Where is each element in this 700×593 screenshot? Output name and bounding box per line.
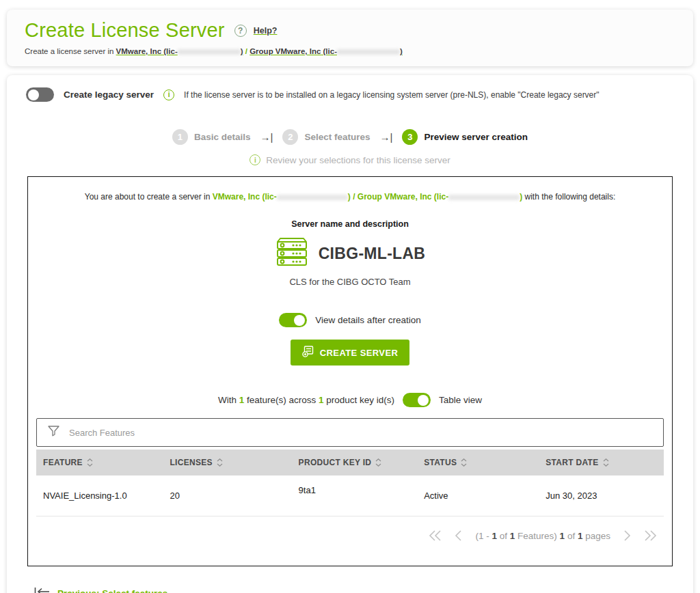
cell-feature: NVAIE_Licensing-1.0 [36,475,163,516]
view-details-toggle-row: View details after creation [28,313,672,327]
toggle-knob [28,89,39,100]
info-icon: i [250,154,260,165]
help-link[interactable]: Help? [254,26,278,36]
step-arrow-icon: →| [260,131,273,143]
cell-start-date: Jun 30, 2023 [539,475,664,516]
toggle-knob [294,315,305,326]
column-header-product-key-id[interactable]: PRODUCT KEY ID [292,450,418,475]
step-2-label: Select features [304,132,370,142]
product-key-count: 1 [319,395,324,405]
sort-icon[interactable] [375,458,381,467]
create-server-label: CREATE SERVER [320,348,399,358]
step-arrow-icon: →| [380,131,393,143]
cell-product-key-id: 9ta1 [292,475,418,516]
column-header-licenses[interactable]: LICENSES [163,450,291,475]
view-details-toggle-label: View details after creation [315,315,420,325]
last-page-icon[interactable] [643,530,657,541]
legacy-info-text: If the license server is to be installed… [184,90,599,100]
step-3-label: Preview server creation [424,132,528,142]
step-1-label: Basic details [194,132,251,142]
server-description: CLS for the CIBG OCTO Team [28,277,672,287]
org-link[interactable]: VMware, Inc (lic-) [116,47,243,55]
step-3-circle: 3 [402,129,418,145]
intro-org: VMware, Inc (lic-) / [213,192,355,202]
step-basic-details[interactable]: 1 Basic details [172,129,251,145]
redacted-org-id [178,49,241,55]
column-header-status[interactable]: STATUS [417,450,539,475]
page-subtitle: Create a license server in VMware, Inc (… [25,47,675,55]
intro-prefix: You are about to create a server in [85,192,211,202]
create-server-icon [302,346,314,359]
help-question-icon[interactable]: ? [234,25,247,37]
cell-status: Active [417,475,539,516]
sort-icon[interactable] [87,458,93,467]
legacy-toggle-label: Create legacy server [64,89,154,100]
page-header-card: Create License Server ? Help? Create a l… [7,10,693,66]
main-content-card: Create legacy server i If the license se… [7,75,693,593]
cell-licenses: 20 [163,475,291,516]
redacted-org-id [277,195,348,200]
page-title: Create License Server [25,19,225,42]
legacy-toggle-row: Create legacy server i If the license se… [26,87,681,102]
back-to-bar-arrow-icon [34,587,51,593]
toggle-knob [418,395,429,406]
table-view-toggle-label: Table view [439,395,482,405]
preview-intro: You are about to create a server in VMwa… [28,192,672,202]
intro-suffix: with the following details: [525,192,616,202]
first-page-icon[interactable] [429,530,442,541]
create-server-button[interactable]: CREATE SERVER [291,340,410,366]
sort-icon[interactable] [217,458,223,467]
feature-count: 1 [239,395,245,405]
column-header-start-date[interactable]: START DATE [539,450,664,475]
wizard-stepper: 1 Basic details →| 2 Select features →| … [19,129,681,145]
stepper-hint: i Review your selections for this licens… [19,154,681,165]
pagination-text: (1 - 1 of 1 Features) 1 of 1 pages [475,531,610,541]
create-legacy-server-toggle[interactable] [26,87,54,102]
table-header-row: FEATURE LICENSES PRODUCT KEY ID STATUS S… [36,450,664,475]
view-details-toggle[interactable] [279,313,307,327]
stepper-hint-text: Review your selections for this license … [266,155,450,165]
table-view-toggle[interactable] [403,393,431,407]
feature-summary-row: With 1 feature(s) across 1 product key i… [28,393,672,407]
pagination: (1 - 1 of 1 Features) 1 of 1 pages [36,516,664,545]
breadcrumb-separator: / [245,47,247,55]
next-page-icon[interactable] [623,530,631,541]
features-table: FEATURE LICENSES PRODUCT KEY ID STATUS S… [36,418,664,545]
table-row[interactable]: NVAIE_Licensing-1.0 20 9ta1 Active Jun 3… [36,475,664,516]
server-section-title: Server name and description [28,219,672,229]
subtitle-prefix: Create a license server in [25,47,113,55]
intro-group: Group VMware, Inc (lic-) [358,192,522,202]
search-features-input[interactable] [69,428,652,438]
previous-page-icon[interactable] [455,530,463,541]
preview-panel: You are about to create a server in VMwa… [27,176,673,566]
sort-icon[interactable] [461,458,467,467]
server-section: Server name and description [28,219,672,287]
previous-step-label: Previous: Select features [57,588,167,593]
group-link[interactable]: Group VMware, Inc (lic-) [250,47,403,55]
feature-summary-text: With 1 feature(s) across 1 product key i… [218,395,394,405]
column-header-feature[interactable]: FEATURE [36,450,163,475]
sort-icon[interactable] [603,458,609,467]
step-2-circle: 2 [282,129,298,145]
filter-funnel-icon [48,426,59,439]
previous-step-link[interactable]: Previous: Select features [34,587,681,593]
redacted-group-id [337,49,400,55]
redacted-group-id [448,195,520,200]
server-name: CIBG-ML-LAB [319,245,426,263]
server-rack-icon [275,237,309,270]
step-select-features[interactable]: 2 Select features [282,129,370,145]
step-preview-creation[interactable]: 3 Preview server creation [402,129,528,145]
info-icon: i [163,89,174,100]
step-1-circle: 1 [172,129,188,145]
search-bar [36,418,664,447]
